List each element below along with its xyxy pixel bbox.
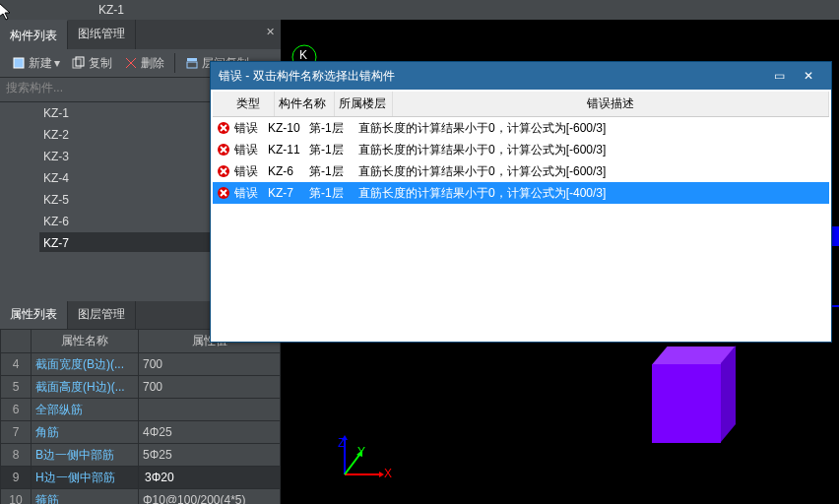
property-value <box>139 399 281 421</box>
row-number: 7 <box>1 421 32 444</box>
top-tabstrip: KZ-1 <box>0 0 839 21</box>
property-value: Φ10@100/200(4*5) <box>139 489 281 505</box>
error-component: KZ-11 <box>268 143 309 157</box>
error-floor: 第-1层 <box>309 185 358 202</box>
error-floor: 第-1层 <box>309 120 358 137</box>
error-type: 错误 <box>234 185 268 202</box>
property-value: 700 <box>139 353 281 376</box>
property-row[interactable]: 5截面高度(H边)(...700 <box>1 376 281 399</box>
property-name: 角筋 <box>32 421 139 444</box>
error-icon <box>217 121 230 135</box>
error-table-body: 错误KZ-10第-1层直筋长度的计算结果小于0，计算公式为[-600/3]错误K… <box>213 117 829 340</box>
property-row[interactable]: 6全部纵筋 <box>1 399 281 421</box>
col-desc[interactable]: 错误描述 <box>393 92 829 116</box>
property-value-input[interactable] <box>143 470 280 485</box>
col-type[interactable]: 类型 <box>232 92 275 116</box>
property-value: 4Φ25 <box>139 421 281 444</box>
row-number: 6 <box>1 399 32 421</box>
close-button[interactable]: ✕ <box>794 66 823 86</box>
error-icon <box>217 143 230 157</box>
error-dialog: 错误 - 双击构件名称选择出错构件 ▭ ✕ 类型 构件名称 所属楼层 错误描述 … <box>210 61 832 343</box>
property-name: 箍筋 <box>32 489 139 505</box>
svg-rect-5 <box>187 62 197 68</box>
error-floor: 第-1层 <box>309 142 358 158</box>
svg-rect-6 <box>187 58 197 61</box>
tab-drawings[interactable]: 图纸管理 <box>68 20 136 49</box>
col-floor[interactable]: 所属楼层 <box>335 92 393 116</box>
error-row[interactable]: 错误KZ-10第-1层直筋长度的计算结果小于0，计算公式为[-600/3] <box>213 117 829 139</box>
row-number: 9 <box>1 467 32 489</box>
property-row[interactable]: 7角筋4Φ25 <box>1 421 281 444</box>
error-table-header: 类型 构件名称 所属楼层 错误描述 <box>213 92 829 117</box>
error-icon <box>217 186 230 200</box>
row-number: 10 <box>1 489 32 505</box>
dropdown-icon: ▾ <box>54 56 60 70</box>
property-value: 5Φ25 <box>139 444 281 467</box>
property-value: 700 <box>139 376 281 399</box>
property-name: 截面宽度(B边)(... <box>32 353 139 376</box>
error-type: 错误 <box>234 163 268 180</box>
error-component: KZ-10 <box>268 121 309 135</box>
dialog-title: 错误 - 双击构件名称选择出错构件 <box>219 68 764 85</box>
property-name: H边一侧中部筋 <box>32 467 139 489</box>
property-row[interactable]: 4截面宽度(B边)(...700 <box>1 353 281 376</box>
copy-label: 复制 <box>89 55 112 72</box>
error-desc: 直筋长度的计算结果小于0，计算公式为[-600/3] <box>358 120 606 137</box>
axis-x-label: X <box>384 467 392 480</box>
copy-button[interactable]: 复制 <box>66 55 118 72</box>
property-row[interactable]: 8B边一侧中部筋5Φ25 <box>1 444 281 467</box>
minimize-button[interactable]: ▭ <box>764 66 794 86</box>
copy-icon <box>72 56 86 70</box>
col-component[interactable]: 构件名称 <box>275 92 335 116</box>
error-desc: 直筋长度的计算结果小于0，计算公式为[-600/3] <box>358 163 606 180</box>
svg-rect-2 <box>76 57 84 66</box>
error-floor: 第-1层 <box>309 163 358 180</box>
property-row[interactable]: 10箍筋Φ10@100/200(4*5) <box>1 489 281 505</box>
grid-marker-label: K <box>299 48 307 62</box>
error-desc: 直筋长度的计算结果小于0，计算公式为[-400/3] <box>358 185 606 202</box>
tab-attributes[interactable]: 属性列表 <box>0 301 68 329</box>
error-type: 错误 <box>234 120 268 137</box>
new-button[interactable]: 新建 ▾ <box>6 55 66 72</box>
purple-cube <box>652 364 721 443</box>
property-name: 截面高度(H边)(... <box>32 376 139 399</box>
error-row[interactable]: 错误KZ-7第-1层直筋长度的计算结果小于0，计算公式为[-400/3] <box>213 182 829 204</box>
property-table: 属性名称属性值 4截面宽度(B边)(...7005截面高度(H边)(...700… <box>0 329 281 504</box>
panel-close-button[interactable]: ✕ <box>266 26 275 38</box>
property-name: 全部纵筋 <box>32 399 139 421</box>
new-icon <box>12 56 26 70</box>
error-row[interactable]: 错误KZ-11第-1层直筋长度的计算结果小于0，计算公式为[-600/3] <box>213 139 829 160</box>
svg-rect-0 <box>14 58 24 68</box>
col-name: 属性名称 <box>32 330 139 353</box>
property-name: B边一侧中部筋 <box>32 444 139 467</box>
delete-icon <box>124 56 138 70</box>
error-type: 错误 <box>234 142 268 158</box>
axis-gizmo <box>325 430 384 489</box>
row-number: 5 <box>1 376 32 399</box>
row-number: 8 <box>1 444 32 467</box>
property-row[interactable]: 9H边一侧中部筋 <box>1 467 281 489</box>
error-desc: 直筋长度的计算结果小于0，计算公式为[-600/3] <box>358 142 606 158</box>
error-row[interactable]: 错误KZ-6第-1层直筋长度的计算结果小于0，计算公式为[-600/3] <box>213 160 829 182</box>
tab-components[interactable]: 构件列表 <box>0 20 68 49</box>
document-tab[interactable]: KZ-1 <box>87 1 136 19</box>
error-component: KZ-7 <box>268 186 309 200</box>
row-number: 4 <box>1 353 32 376</box>
axis-y-label: Y <box>357 445 365 459</box>
error-icon <box>217 164 230 178</box>
dialog-titlebar[interactable]: 错误 - 双击构件名称选择出错构件 ▭ ✕ <box>211 62 831 90</box>
svg-rect-1 <box>73 59 81 68</box>
new-label: 新建 <box>29 55 52 72</box>
panel-tabs: 构件列表 图纸管理 <box>0 20 281 49</box>
error-component: KZ-6 <box>268 164 309 178</box>
delete-button[interactable]: 删除 <box>118 55 170 72</box>
delete-label: 删除 <box>141 55 164 72</box>
floor-copy-icon <box>185 56 199 70</box>
axis-z-label: Z <box>338 436 345 450</box>
tab-layers[interactable]: 图层管理 <box>68 301 136 329</box>
